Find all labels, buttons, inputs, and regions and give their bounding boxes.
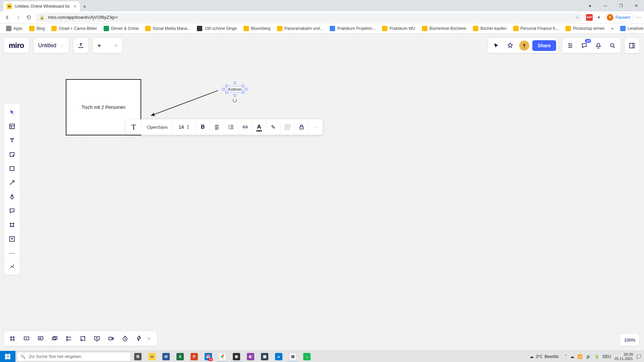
bookmark-item[interactable]: Praktikum WU [379, 24, 418, 33]
bookmark-item[interactable]: Praktikum Projektm... [327, 24, 378, 33]
bookmark-item[interactable]: Social Media Mana... [143, 24, 193, 33]
site-icon [197, 26, 202, 31]
list-button[interactable] [224, 119, 238, 135]
extensions-icon[interactable]: ✦ [597, 14, 601, 20]
apps-icon [6, 26, 11, 31]
sync-dot-icon[interactable]: ● [582, 0, 598, 11]
abp-extension-icon[interactable]: ABP [586, 14, 593, 21]
obs-icon[interactable]: ◉ [229, 351, 244, 362]
selected-text-object[interactable]: Kellner [227, 86, 243, 92]
minimize-button[interactable]: ― [598, 0, 613, 11]
font-size-input[interactable]: 14 ▲▼ [172, 119, 196, 135]
align-button[interactable] [210, 119, 224, 135]
bookmark-item[interactable]: Blog [26, 24, 47, 33]
chrome-menu-icon[interactable]: ⋮ [638, 15, 639, 20]
more-options-button[interactable]: ⋯ [309, 119, 323, 135]
taskbar-search[interactable]: 🔍 Zur Suche Text hier eingeben [17, 352, 131, 361]
window-controls: ● ― ❐ ✕ [582, 0, 644, 11]
action-center-icon[interactable]: 💬 [636, 354, 641, 359]
explorer-icon[interactable]: ▭ [145, 351, 159, 362]
calendar-icon[interactable]: 73📅 [201, 351, 215, 362]
bookmark-item[interactable]: Bloomberg [241, 24, 273, 33]
new-tab-button[interactable]: + [80, 2, 89, 11]
profile-chip[interactable]: T Pausiert [605, 13, 634, 22]
weather-icon: ☁ [530, 354, 534, 359]
folder-icon [277, 26, 282, 31]
svg-point-22 [228, 128, 229, 129]
bookmarks-bar: Apps Blog Cload + Canva Bilder Dinner & … [0, 23, 644, 34]
rectangle-text: Tisch mit 2 Personen [82, 105, 125, 110]
clock[interactable]: 20:39 25.11.2021 [614, 352, 633, 361]
lock-button[interactable] [294, 119, 309, 135]
folder-icon [422, 26, 427, 31]
link-button[interactable] [238, 119, 252, 135]
language-indicator[interactable]: DEU [603, 354, 611, 359]
bookmark-item[interactable]: Bücherliste Bücherei [419, 24, 469, 33]
notepad-icon[interactable]: ▤ [286, 351, 300, 362]
reload-button[interactable] [25, 13, 33, 21]
highlighter-icon: ✎ [271, 124, 275, 130]
bookmark-apps[interactable]: Apps [3, 24, 25, 33]
chrome-icon[interactable] [215, 351, 229, 362]
bookmark-item[interactable]: Dinner & Crime [101, 24, 141, 33]
lock-icon: 🔒 [40, 15, 45, 20]
tab-title: Untitled, Online Whiteboard for [15, 4, 70, 9]
text-color-button[interactable]: A [252, 119, 266, 135]
forward-button[interactable] [14, 13, 22, 21]
fill-color-button[interactable] [280, 119, 294, 135]
folder-icon [513, 26, 519, 31]
taskbar-apps: ⧉ ▭ W X P 73📅 ◉ ◐ ▦ e ▤ ♪ [131, 351, 314, 362]
profile-status: Pausiert [615, 15, 630, 20]
size-stepper[interactable]: ▲▼ [186, 124, 189, 130]
bookmark-star-icon[interactable]: ☆ [575, 15, 579, 20]
weather-widget[interactable]: ☁ 3°C Bewölkt [530, 354, 558, 359]
canvas[interactable]: Tisch mit 2 Personen Kellner [0, 34, 644, 351]
svg-line-19 [151, 90, 218, 116]
edge-icon[interactable]: e [272, 351, 286, 362]
back-button[interactable] [3, 13, 11, 21]
bookmark-item[interactable]: Panoramabahn und... [274, 24, 326, 33]
onedrive-icon[interactable]: ☁ [570, 354, 574, 359]
browser-address-bar: 🔒 miro.com/app/board/uXjVOf8yZ3g=/ ☆ ABP… [0, 11, 644, 23]
powerpoint-icon[interactable]: P [187, 351, 201, 362]
bookmarks-overflow-icon[interactable]: » [608, 26, 616, 31]
spotify-icon[interactable]: ♪ [300, 351, 314, 362]
word-icon[interactable]: W [159, 351, 173, 362]
url-input[interactable]: 🔒 miro.com/app/board/uXjVOf8yZ3g=/ ☆ [36, 13, 583, 22]
bookmark-item[interactable]: Bücher kaufen [470, 24, 509, 33]
search-icon: 🔍 [20, 354, 25, 359]
reading-list-button[interactable]: Leseliste [618, 26, 644, 31]
text-content[interactable]: Kellner [227, 86, 243, 93]
text-format-bar: T OpenSans 14 ▲▼ B A ✎ ⋯ [126, 119, 323, 135]
rotate-handle-icon[interactable] [233, 98, 237, 102]
profile-avatar: T [607, 14, 613, 21]
bookmark-item[interactable]: Personal Finance K... [511, 24, 562, 33]
app-icon[interactable]: ◐ [244, 351, 258, 362]
task-view-icon[interactable]: ⧉ [131, 351, 145, 362]
search-placeholder: Zur Suche Text hier eingeben [29, 354, 82, 359]
folder-icon [382, 26, 387, 31]
miro-favicon: m [7, 4, 12, 9]
start-button[interactable] [0, 351, 15, 362]
maximize-button[interactable]: ❐ [613, 0, 629, 11]
bookmark-item[interactable]: Photoshop lernen [563, 24, 607, 33]
bookmark-item[interactable]: Cload + Canva Bilder [49, 24, 100, 33]
battery-icon[interactable]: 🔋 [594, 354, 599, 359]
transparent-swatch-icon [284, 124, 290, 130]
volume-icon[interactable]: 🔊 [586, 354, 591, 359]
tray-chevron-icon[interactable]: ˄ [565, 354, 567, 359]
app-icon[interactable]: ▦ [258, 351, 272, 362]
highlight-button[interactable]: ✎ [266, 119, 280, 135]
canvas-arrow[interactable] [148, 89, 221, 119]
browser-tab[interactable]: m Untitled, Online Whiteboard for × [3, 1, 80, 11]
type-picker[interactable]: T [126, 119, 142, 135]
bookmark-item[interactable]: 100 schöne Dinge [194, 24, 239, 33]
font-family-select[interactable]: OpenSans [142, 119, 172, 135]
close-window-button[interactable]: ✕ [629, 0, 644, 11]
close-tab-icon[interactable]: × [74, 4, 76, 9]
reading-list-icon [620, 26, 626, 31]
wifi-icon[interactable]: 📶 [578, 354, 583, 359]
excel-icon[interactable]: X [173, 351, 187, 362]
folder-icon [51, 26, 57, 31]
bold-button[interactable]: B [196, 119, 210, 135]
